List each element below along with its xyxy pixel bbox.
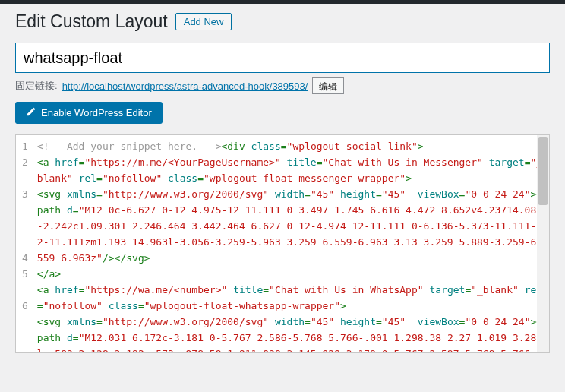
permalink-url[interactable]: http://localhost/wordpress/astra-advance… xyxy=(62,81,308,92)
code-line[interactable]: <a href="https://m.me/<YourPageUsername>… xyxy=(37,154,544,186)
enable-wordpress-editor-button[interactable]: Enable WordPress Editor xyxy=(15,102,163,124)
enable-editor-label: Enable WordPress Editor xyxy=(41,107,152,119)
page-title: Edit Custom Layout xyxy=(15,11,168,32)
permalink-label: 固定链接: xyxy=(15,79,58,93)
code-editor[interactable]: 123456 <!-- Add your snippet here. --><d… xyxy=(15,134,550,353)
code-line[interactable]: <svg xmlns="http://www.w3.org/2000/svg" … xyxy=(37,186,544,266)
code-area[interactable]: <!-- Add your snippet here. --><div clas… xyxy=(33,135,549,352)
add-new-button[interactable]: Add New xyxy=(175,13,232,30)
permalink-row: 固定链接: http://localhost/wordpress/astra-a… xyxy=(15,77,550,94)
code-line[interactable]: <a href="https://wa.me/<number>" title="… xyxy=(37,282,544,314)
code-line[interactable]: </a> xyxy=(37,266,544,282)
heading-row: Edit Custom Layout Add New xyxy=(15,11,550,32)
page-wrap: Edit Custom Layout Add New 固定链接: http://… xyxy=(0,4,565,361)
pencil-icon xyxy=(26,106,36,119)
gutter-line: 1 xyxy=(22,138,28,154)
title-input[interactable] xyxy=(15,43,550,73)
scrollbar-vertical[interactable] xyxy=(537,135,549,352)
edit-permalink-button[interactable]: 编辑 xyxy=(312,77,344,94)
gutter-line: 2 xyxy=(22,154,28,186)
gutter-line: 3 xyxy=(22,186,28,250)
code-line[interactable]: <!-- Add your snippet here. --><div clas… xyxy=(37,138,544,154)
gutter-line: 4 xyxy=(22,250,28,266)
gutter-line: 5 xyxy=(22,266,28,298)
code-line[interactable]: <svg xmlns="http://www.w3.org/2000/svg" … xyxy=(37,314,544,352)
code-gutter: 123456 xyxy=(16,135,33,352)
scroll-thumb[interactable] xyxy=(538,137,548,205)
gutter-line: 6 xyxy=(22,298,28,352)
